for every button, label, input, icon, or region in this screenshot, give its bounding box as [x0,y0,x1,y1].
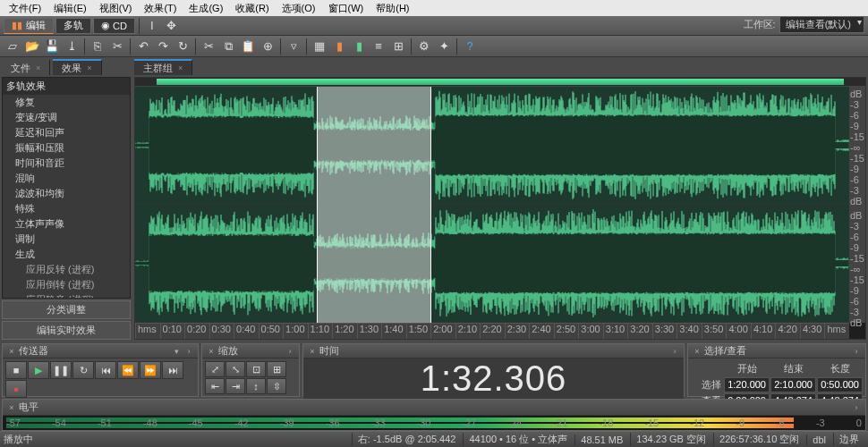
zoom-in-v-icon[interactable]: ↕ [246,378,266,394]
redo-icon[interactable]: ↷ [154,38,172,55]
zoom-full-icon[interactable]: ⊡ [246,361,266,377]
big-time-display: 1:32.306 [303,358,684,399]
overview-bar[interactable] [135,78,865,87]
zoom-out-h-icon[interactable]: ⤡ [226,361,245,377]
close-icon[interactable]: × [307,346,318,357]
status-snap[interactable]: 边界 [833,433,864,446]
marker-icon[interactable]: ▿ [285,38,302,55]
fx-item[interactable]: 生成 [3,247,130,262]
record-button[interactable]: ● [5,380,27,398]
fx-item[interactable]: 立体声声像 [3,216,130,232]
close-icon[interactable]: × [6,346,17,357]
wave-tab[interactable]: 主群组× [134,59,192,75]
sel-len[interactable]: 0:50.000 [817,377,863,392]
pause-button[interactable]: ❚❚ [50,361,72,379]
skip-start-button[interactable]: ⏮ [95,361,116,379]
skip-end-button[interactable]: ⏭ [162,361,183,379]
chevron-icon[interactable]: › [851,402,862,413]
menu-file[interactable]: 文件(F) [4,2,47,15]
help-icon[interactable]: ? [461,38,479,55]
zoom-panel: ×缩放› ⤢ ⤡ ⊡ ⊞ ⇤ ⇥ ↕ ⇳ [201,343,300,397]
paste-icon[interactable]: 📋 [239,38,257,55]
menu-favorites[interactable]: 收藏(R) [230,2,274,15]
extract-icon[interactable]: ⤓ [63,38,81,55]
effects-tree[interactable]: 多轨效果 修复 变速/变调 延迟和回声 振幅和压限 时间和音距 混响 滤波和均衡… [2,77,131,299]
tool-ibeam-icon[interactable]: I [143,17,161,35]
repeat-icon[interactable]: ↻ [174,38,191,55]
side-btn-realtime[interactable]: 编辑实时效果 [2,321,131,340]
menu-effects[interactable]: 效果(T) [139,2,182,15]
close-icon[interactable]: × [692,346,702,357]
chevron-icon[interactable]: › [285,346,295,357]
toggle-icon[interactable]: ⊞ [389,38,407,55]
workspace-dropdown[interactable]: 编辑查看(默认) [779,16,864,33]
waveform-channel-right[interactable] [135,205,849,322]
zoom-out-v-icon[interactable]: ⇳ [267,378,286,394]
fx-group[interactable]: 多轨效果 [3,78,130,95]
forward-button[interactable]: ⏩ [140,361,161,379]
rewind-button[interactable]: ⏪ [117,361,139,379]
status-mode[interactable]: dbl [806,434,831,445]
fx-item[interactable]: 混响 [3,171,130,186]
zoom-sel-icon[interactable]: ⊞ [267,361,286,377]
waveform-display[interactable]: dB-3-6-9-15-∞-15-9-6-3dB dB-3-6-9-15-∞-1… [134,77,866,340]
group-icon[interactable]: ▦ [311,38,328,55]
waveform-channel-left[interactable] [135,87,849,204]
mode-cd[interactable]: ◉CD [93,18,135,34]
chevron-icon[interactable]: › [669,346,680,357]
fx-subitem[interactable]: 应用静音 (进程) [3,292,130,299]
sel-start[interactable]: 1:20.000 [724,377,770,392]
side-btn-sort[interactable]: 分类调整 [2,300,131,319]
menu-options[interactable]: 选项(O) [277,2,321,15]
fx-item[interactable]: 时间和音距 [3,156,130,171]
close-icon[interactable]: × [6,402,17,413]
fx-item[interactable]: 特殊 [3,201,130,216]
fx-subitem[interactable]: 应用倒转 (进程) [3,277,130,292]
fx-subitem[interactable]: 应用反转 (进程) [3,262,130,277]
spectral-icon[interactable]: ≡ [370,38,387,55]
tool-a-icon[interactable]: ▮ [330,38,348,55]
zoom-in-left-icon[interactable]: ⇤ [205,378,225,394]
menu-edit[interactable]: 编辑(E) [48,2,92,15]
menu-view[interactable]: 视图(V) [94,2,138,15]
trim-icon[interactable]: ✂ [108,38,126,55]
fx-item[interactable]: 调制 [3,232,130,247]
chevron-icon[interactable]: › [851,346,862,357]
copy-icon[interactable]: ⧉ [219,38,237,55]
save-file-icon[interactable]: 💾 [43,38,61,55]
menu-window[interactable]: 窗口(W) [323,2,370,15]
fx-item[interactable]: 修复 [3,95,130,110]
new-file-icon[interactable]: ▱ [4,38,21,55]
tab-effects[interactable]: 效果× [53,59,101,75]
cut-icon[interactable]: ✂ [200,38,217,55]
undo-icon[interactable]: ↶ [134,38,152,55]
tool-move-icon[interactable]: ✥ [163,17,181,35]
sel-end[interactable]: 2:10.000 [770,377,816,392]
fx-item[interactable]: 变速/变调 [3,110,130,125]
stop-button[interactable]: ■ [5,361,27,379]
fx-item[interactable]: 延迟和回声 [3,125,130,140]
zoom-in-right-icon[interactable]: ⇥ [226,378,245,394]
fx-item[interactable]: 振幅和压限 [3,140,130,156]
menu-generate[interactable]: 生成(G) [183,2,228,15]
time-ruler[interactable]: hms0:100:200:300:400:501:001:101:201:301… [135,323,849,339]
zoom-in-h-icon[interactable]: ⤢ [205,361,225,377]
play-loop-button[interactable]: ↻ [72,361,94,379]
wand-icon[interactable]: ✦ [435,38,453,55]
mode-edit[interactable]: ▮▮编辑 [4,18,54,34]
close-icon[interactable]: × [206,346,217,357]
copy-new-icon[interactable]: ⎘ [89,38,106,55]
fx-item[interactable]: 滤波和均衡 [3,186,130,201]
workspace-area: 工作区: 编辑查看(默认) [744,16,864,33]
chevron-icon[interactable]: › [183,346,194,357]
selection-region[interactable] [317,87,431,323]
mix-paste-icon[interactable]: ⊕ [259,38,277,55]
open-file-icon[interactable]: 📂 [23,38,41,55]
play-button[interactable]: ▶ [28,361,49,379]
menu-icon[interactable]: ▾ [171,346,182,357]
mode-multitrack[interactable]: 多轨 [55,18,91,34]
tool-b-icon[interactable]: ▮ [350,38,368,55]
menu-help[interactable]: 帮助(H) [370,2,414,15]
settings-icon[interactable]: ⚙ [415,38,433,55]
tab-files[interactable]: 文件× [2,59,50,75]
